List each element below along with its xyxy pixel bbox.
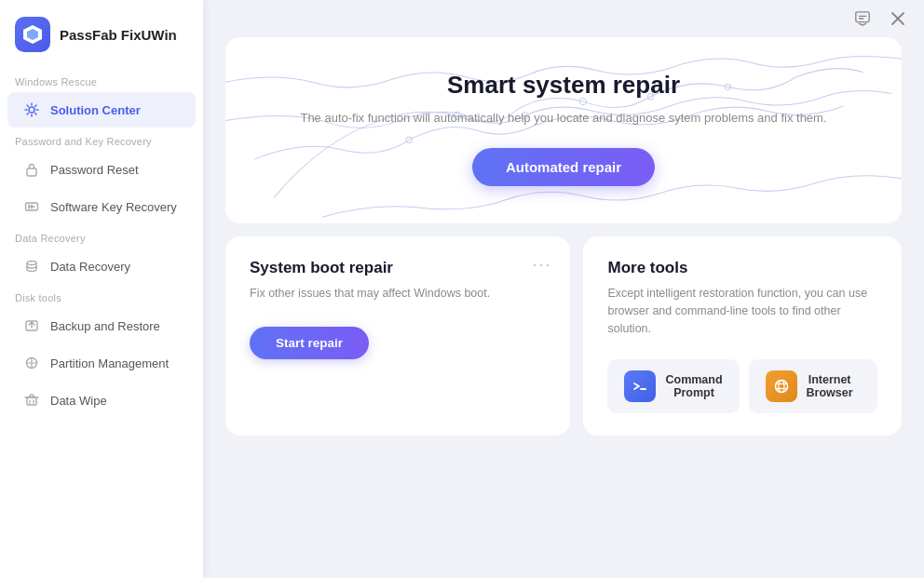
- more-tools-title: More tools: [607, 259, 877, 277]
- svg-point-24: [775, 381, 787, 393]
- sidebar-item-label: Solution Center: [50, 103, 141, 117]
- sidebar-item-solution-center[interactable]: Solution Center: [7, 92, 196, 128]
- partition-icon: [22, 354, 41, 372]
- more-tools-card: More tools Except intelligent restoratio…: [583, 236, 902, 436]
- more-tools-description: Except intelligent restoration function,…: [607, 285, 877, 337]
- app-logo: [15, 17, 50, 52]
- sidebar-item-data-wipe[interactable]: Data Wipe: [7, 383, 196, 418]
- browser-icon: [766, 370, 797, 402]
- sidebar-item-backup-restore[interactable]: Backup and Restore: [7, 308, 196, 343]
- section-data-recovery: Data Recovery: [0, 225, 203, 248]
- hero-description: The auto-fix function will automatically…: [300, 109, 826, 128]
- tool-buttons: CommandPrompt InternetBrowser: [607, 359, 877, 413]
- svg-rect-12: [856, 12, 869, 22]
- lock-icon: [22, 160, 41, 179]
- main-area: Smart system repair The auto-fix functio…: [203, 0, 924, 578]
- sidebar-item-label: Software Key Recovery: [50, 200, 177, 214]
- boot-repair-card: ··· System boot repair Fix other issues …: [225, 236, 570, 436]
- sidebar-item-label: Backup and Restore: [50, 319, 160, 333]
- sidebar-item-software-key[interactable]: Software Key Recovery: [7, 189, 196, 224]
- app-name: PassFab FixUWin: [60, 27, 177, 43]
- sidebar-item-password-reset[interactable]: Password Reset: [7, 152, 196, 187]
- browser-label: InternetBrowser: [807, 373, 853, 399]
- key-icon: [22, 197, 41, 216]
- sidebar-item-label: Data Wipe: [50, 394, 107, 408]
- sidebar-item-label: Password Reset: [50, 163, 139, 177]
- bottom-row: ··· System boot repair Fix other issues …: [225, 236, 902, 436]
- sidebar-item-label: Partition Management: [50, 356, 169, 370]
- svg-point-6: [27, 262, 36, 265]
- svg-rect-1: [27, 168, 36, 176]
- sidebar-item-label: Data Recovery: [50, 260, 130, 274]
- svg-point-21: [725, 84, 730, 89]
- boot-card-description: Fix other issues that may affect Windows…: [250, 285, 546, 302]
- svg-point-0: [29, 107, 34, 113]
- title-bar: [203, 0, 924, 37]
- section-password-key: Password and Key Recovery: [0, 128, 203, 151]
- sidebar-item-data-recovery[interactable]: Data Recovery: [7, 249, 196, 284]
- settings-icon: [22, 101, 41, 119]
- wipe-icon: [22, 391, 41, 410]
- svg-rect-9: [27, 397, 36, 405]
- app-header: PassFab FixUWin: [0, 0, 203, 69]
- svg-point-20: [406, 137, 412, 142]
- database-icon: [22, 257, 41, 276]
- feedback-button[interactable]: [849, 6, 876, 32]
- sidebar: PassFab FixUWin Windows Rescue Solution …: [0, 0, 203, 578]
- boot-card-title: System boot repair: [250, 259, 546, 277]
- start-repair-button[interactable]: Start repair: [250, 327, 369, 359]
- svg-point-25: [779, 381, 784, 393]
- cmd-icon: [624, 370, 656, 402]
- close-button[interactable]: [885, 6, 911, 32]
- section-disk-tools: Disk tools: [0, 285, 203, 307]
- hero-title: Smart system repair: [447, 71, 680, 100]
- internet-browser-button[interactable]: InternetBrowser: [749, 359, 877, 413]
- content-area: Smart system repair The auto-fix functio…: [203, 37, 924, 578]
- section-windows-rescue: Windows Rescue: [0, 69, 203, 91]
- automated-repair-button[interactable]: Automated repair: [472, 148, 655, 186]
- sidebar-item-partition-mgmt[interactable]: Partition Management: [7, 345, 196, 381]
- command-prompt-button[interactable]: CommandPrompt: [607, 359, 739, 413]
- backup-icon: [22, 316, 41, 335]
- cmd-label: CommandPrompt: [665, 373, 722, 399]
- menu-dots[interactable]: ···: [532, 255, 551, 275]
- hero-card: Smart system repair The auto-fix functio…: [225, 37, 902, 223]
